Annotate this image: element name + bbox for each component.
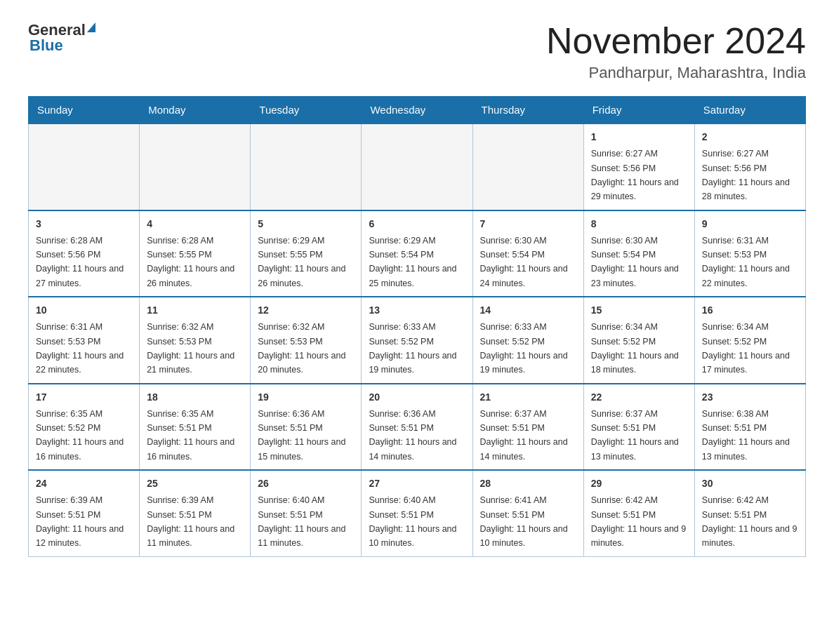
calendar-day-cell: 3Sunrise: 6:28 AM Sunset: 5:56 PM Daylig…: [29, 210, 140, 297]
calendar-week-row: 3Sunrise: 6:28 AM Sunset: 5:56 PM Daylig…: [29, 210, 806, 297]
day-info: Sunrise: 6:32 AM Sunset: 5:53 PM Dayligh…: [147, 322, 234, 375]
day-number: 2: [702, 130, 798, 145]
day-number: 3: [36, 217, 132, 232]
calendar-title: November 2024: [546, 21, 806, 61]
day-number: 16: [702, 303, 798, 318]
calendar-day-cell: 25Sunrise: 6:39 AM Sunset: 5:51 PM Dayli…: [140, 470, 251, 556]
day-info: Sunrise: 6:32 AM Sunset: 5:53 PM Dayligh…: [258, 322, 345, 375]
page-header: General Blue November 2024 Pandharpur, M…: [28, 21, 806, 82]
day-number: 26: [258, 476, 354, 491]
day-number: 19: [258, 390, 354, 405]
day-number: 27: [369, 476, 465, 491]
calendar-table: SundayMondayTuesdayWednesdayThursdayFrid…: [28, 96, 806, 557]
day-info: Sunrise: 6:30 AM Sunset: 5:54 PM Dayligh…: [480, 236, 568, 288]
calendar-day-header: Monday: [140, 97, 251, 124]
calendar-day-cell: 20Sunrise: 6:36 AM Sunset: 5:51 PM Dayli…: [362, 384, 472, 471]
calendar-day-cell: 8Sunrise: 6:30 AM Sunset: 5:54 PM Daylig…: [583, 210, 694, 297]
calendar-day-cell: 9Sunrise: 6:31 AM Sunset: 5:53 PM Daylig…: [694, 210, 805, 297]
day-info: Sunrise: 6:41 AM Sunset: 5:51 PM Dayligh…: [480, 495, 568, 548]
day-info: Sunrise: 6:36 AM Sunset: 5:51 PM Dayligh…: [258, 409, 345, 462]
day-info: Sunrise: 6:38 AM Sunset: 5:51 PM Dayligh…: [702, 409, 790, 462]
calendar-day-cell: 6Sunrise: 6:29 AM Sunset: 5:54 PM Daylig…: [362, 210, 472, 297]
day-number: 11: [147, 303, 243, 318]
day-number: 8: [591, 217, 687, 232]
calendar-day-cell: 19Sunrise: 6:36 AM Sunset: 5:51 PM Dayli…: [251, 384, 362, 471]
calendar-day-cell: 18Sunrise: 6:35 AM Sunset: 5:51 PM Dayli…: [140, 384, 251, 471]
calendar-day-header: Saturday: [694, 97, 805, 124]
day-info: Sunrise: 6:28 AM Sunset: 5:56 PM Dayligh…: [36, 236, 124, 288]
day-number: 28: [480, 476, 576, 491]
day-info: Sunrise: 6:31 AM Sunset: 5:53 PM Dayligh…: [36, 322, 124, 375]
day-info: Sunrise: 6:31 AM Sunset: 5:53 PM Dayligh…: [702, 236, 790, 288]
calendar-day-cell: 1Sunrise: 6:27 AM Sunset: 5:56 PM Daylig…: [583, 123, 694, 210]
calendar-day-header: Sunday: [29, 97, 140, 124]
calendar-day-cell: [362, 123, 472, 210]
day-info: Sunrise: 6:27 AM Sunset: 5:56 PM Dayligh…: [591, 149, 679, 201]
day-info: Sunrise: 6:29 AM Sunset: 5:54 PM Dayligh…: [369, 236, 456, 288]
calendar-day-cell: [472, 123, 583, 210]
day-number: 14: [480, 303, 576, 318]
day-info: Sunrise: 6:42 AM Sunset: 5:51 PM Dayligh…: [702, 495, 797, 548]
calendar-day-cell: 27Sunrise: 6:40 AM Sunset: 5:51 PM Dayli…: [362, 470, 472, 556]
day-number: 29: [591, 476, 687, 491]
day-info: Sunrise: 6:33 AM Sunset: 5:52 PM Dayligh…: [369, 322, 456, 375]
calendar-day-header: Thursday: [472, 97, 583, 124]
day-number: 5: [258, 217, 354, 232]
day-number: 1: [591, 130, 687, 145]
day-info: Sunrise: 6:29 AM Sunset: 5:55 PM Dayligh…: [258, 236, 345, 288]
day-info: Sunrise: 6:37 AM Sunset: 5:51 PM Dayligh…: [480, 409, 568, 462]
calendar-day-cell: 13Sunrise: 6:33 AM Sunset: 5:52 PM Dayli…: [362, 297, 472, 384]
calendar-day-header: Wednesday: [362, 97, 472, 124]
calendar-day-cell: 22Sunrise: 6:37 AM Sunset: 5:51 PM Dayli…: [583, 384, 694, 471]
calendar-week-row: 17Sunrise: 6:35 AM Sunset: 5:52 PM Dayli…: [29, 384, 806, 471]
calendar-day-cell: 11Sunrise: 6:32 AM Sunset: 5:53 PM Dayli…: [140, 297, 251, 384]
calendar-day-header: Friday: [583, 97, 694, 124]
day-number: 24: [36, 476, 132, 491]
day-info: Sunrise: 6:34 AM Sunset: 5:52 PM Dayligh…: [702, 322, 790, 375]
day-number: 30: [702, 476, 798, 491]
calendar-week-row: 1Sunrise: 6:27 AM Sunset: 5:56 PM Daylig…: [29, 123, 806, 210]
day-info: Sunrise: 6:28 AM Sunset: 5:55 PM Dayligh…: [147, 236, 234, 288]
calendar-day-cell: 10Sunrise: 6:31 AM Sunset: 5:53 PM Dayli…: [29, 297, 140, 384]
calendar-day-cell: 29Sunrise: 6:42 AM Sunset: 5:51 PM Dayli…: [583, 470, 694, 556]
calendar-day-cell: 21Sunrise: 6:37 AM Sunset: 5:51 PM Dayli…: [472, 384, 583, 471]
day-number: 21: [480, 390, 576, 405]
day-info: Sunrise: 6:34 AM Sunset: 5:52 PM Dayligh…: [591, 322, 679, 375]
logo-triangle-icon: [87, 22, 95, 32]
calendar-header-row: SundayMondayTuesdayWednesdayThursdayFrid…: [29, 97, 806, 124]
calendar-day-cell: 28Sunrise: 6:41 AM Sunset: 5:51 PM Dayli…: [472, 470, 583, 556]
calendar-day-cell: [29, 123, 140, 210]
calendar-day-cell: 17Sunrise: 6:35 AM Sunset: 5:52 PM Dayli…: [29, 384, 140, 471]
day-number: 22: [591, 390, 687, 405]
title-area: November 2024 Pandharpur, Maharashtra, I…: [546, 21, 806, 82]
day-number: 10: [36, 303, 132, 318]
day-number: 25: [147, 476, 243, 491]
day-number: 6: [369, 217, 465, 232]
calendar-day-cell: 5Sunrise: 6:29 AM Sunset: 5:55 PM Daylig…: [251, 210, 362, 297]
calendar-day-cell: 24Sunrise: 6:39 AM Sunset: 5:51 PM Dayli…: [29, 470, 140, 556]
day-info: Sunrise: 6:39 AM Sunset: 5:51 PM Dayligh…: [147, 495, 234, 548]
day-info: Sunrise: 6:37 AM Sunset: 5:51 PM Dayligh…: [591, 409, 679, 462]
calendar-day-cell: [251, 123, 362, 210]
calendar-day-header: Tuesday: [251, 97, 362, 124]
calendar-day-cell: 23Sunrise: 6:38 AM Sunset: 5:51 PM Dayli…: [694, 384, 805, 471]
calendar-day-cell: 4Sunrise: 6:28 AM Sunset: 5:55 PM Daylig…: [140, 210, 251, 297]
day-info: Sunrise: 6:35 AM Sunset: 5:52 PM Dayligh…: [36, 409, 124, 462]
day-info: Sunrise: 6:35 AM Sunset: 5:51 PM Dayligh…: [147, 409, 234, 462]
day-number: 7: [480, 217, 576, 232]
day-number: 12: [258, 303, 354, 318]
day-number: 20: [369, 390, 465, 405]
day-number: 17: [36, 390, 132, 405]
calendar-day-cell: 30Sunrise: 6:42 AM Sunset: 5:51 PM Dayli…: [694, 470, 805, 556]
calendar-day-cell: 14Sunrise: 6:33 AM Sunset: 5:52 PM Dayli…: [472, 297, 583, 384]
day-number: 18: [147, 390, 243, 405]
calendar-day-cell: 12Sunrise: 6:32 AM Sunset: 5:53 PM Dayli…: [251, 297, 362, 384]
calendar-day-cell: [140, 123, 251, 210]
day-info: Sunrise: 6:40 AM Sunset: 5:51 PM Dayligh…: [258, 495, 345, 548]
day-info: Sunrise: 6:33 AM Sunset: 5:52 PM Dayligh…: [480, 322, 568, 375]
day-info: Sunrise: 6:27 AM Sunset: 5:56 PM Dayligh…: [702, 149, 790, 201]
day-info: Sunrise: 6:30 AM Sunset: 5:54 PM Dayligh…: [591, 236, 679, 288]
day-info: Sunrise: 6:36 AM Sunset: 5:51 PM Dayligh…: [369, 409, 456, 462]
calendar-week-row: 10Sunrise: 6:31 AM Sunset: 5:53 PM Dayli…: [29, 297, 806, 384]
logo-blue-text: Blue: [29, 36, 95, 55]
